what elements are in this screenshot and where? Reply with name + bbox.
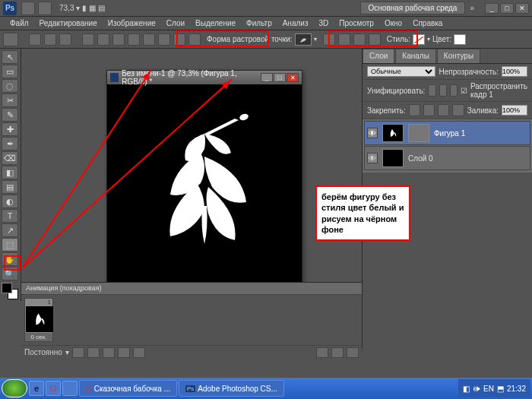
tool-preset[interactable] [3, 33, 18, 46]
lock-all[interactable] [452, 104, 464, 116]
tween-button[interactable] [316, 347, 328, 358]
fill-pixels-mode[interactable] [59, 33, 71, 46]
menu-help[interactable]: Справка [407, 19, 448, 27]
pen-icon[interactable] [82, 33, 94, 46]
line-icon[interactable] [173, 33, 185, 46]
prev-frame-button[interactable] [87, 347, 100, 358]
menu-3d[interactable]: 3D [313, 19, 334, 27]
menu-image[interactable]: Изображение [103, 19, 161, 27]
type-tool[interactable]: T [2, 209, 18, 223]
animation-frame-1[interactable]: 1 0 сек. [24, 298, 53, 342]
minimize-button[interactable]: _ [485, 3, 499, 14]
blur-tool[interactable]: ▤ [2, 180, 18, 194]
play-button[interactable] [103, 347, 115, 358]
ql-opera-icon[interactable]: O [46, 381, 61, 396]
layer-figura-1[interactable]: 👁 Фигура 1 [364, 121, 530, 145]
history-icon[interactable] [38, 2, 52, 15]
tab-paths[interactable]: Контуры [437, 49, 480, 63]
menu-layers[interactable]: Слои [161, 19, 190, 27]
custom-shape-tool[interactable]: ⬚ [2, 238, 18, 252]
unify-pos[interactable] [428, 84, 435, 97]
eraser-tool[interactable]: ⌫ [2, 151, 18, 165]
doc-close[interactable]: ✕ [287, 73, 299, 82]
hand-tool[interactable]: ✋ [2, 252, 18, 266]
bridge-icon[interactable] [21, 2, 35, 15]
propagate-label[interactable]: Распространить кадр 1 [470, 82, 527, 99]
combine-add[interactable] [323, 33, 335, 46]
visibility-icon[interactable]: 👁 [367, 128, 378, 138]
lock-pos[interactable] [438, 104, 449, 116]
tab-channels[interactable]: Каналы [395, 49, 436, 63]
last-frame-button[interactable] [133, 347, 145, 358]
ql-ie-icon[interactable]: e [29, 381, 44, 396]
shape-layers-mode[interactable] [29, 33, 41, 46]
expand-icon[interactable]: » [470, 4, 474, 12]
blend-mode-select[interactable]: Обычные [367, 66, 435, 77]
menu-window[interactable]: Окно [379, 19, 407, 27]
heal-tool[interactable]: ✚ [2, 122, 18, 136]
dropdown-icon[interactable]: ▾ [314, 36, 317, 43]
first-frame-button[interactable] [72, 347, 84, 358]
tray-icon[interactable]: 🕪 [473, 385, 480, 393]
combine-exclude[interactable] [369, 33, 381, 46]
lasso-tool[interactable]: ◌ [2, 79, 18, 93]
combine-intersect[interactable] [353, 33, 366, 46]
taskbar-app-2[interactable]: PsAdobe Photoshop CS... [179, 380, 284, 397]
doc-maximize[interactable]: □ [274, 73, 286, 82]
tab-layers[interactable]: Слои [363, 49, 394, 63]
marquee-tool[interactable]: ▭ [2, 65, 18, 78]
visibility-icon[interactable]: 👁 [367, 153, 378, 163]
lock-pixels[interactable] [423, 104, 435, 116]
ql-desktop-icon[interactable] [62, 381, 78, 396]
rect-icon[interactable] [112, 33, 125, 46]
taskbar-app-1[interactable]: OСказочная бабочка ... [79, 380, 177, 397]
menu-analysis[interactable]: Анализ [277, 19, 314, 27]
clock[interactable]: 21:32 [507, 385, 526, 393]
lock-trans[interactable] [409, 104, 420, 116]
document-titlebar[interactable]: Без имени-1 @ 73,3% (Фигура 1, RGB/8) * … [107, 71, 302, 84]
loop-select[interactable]: Постоянно [24, 348, 62, 356]
style-dropdown-icon[interactable]: ▾ [427, 36, 430, 43]
delete-frame-button[interactable] [347, 347, 359, 358]
gradient-tool[interactable]: ◧ [2, 166, 18, 179]
color-swatch[interactable] [454, 34, 466, 45]
close-button[interactable]: ✕ [515, 3, 529, 14]
eyedropper-tool[interactable]: ✎ [2, 108, 18, 122]
custom-shape-icon[interactable] [188, 33, 201, 46]
menu-view[interactable]: Просмотр [334, 19, 379, 27]
menu-file[interactable]: Файл [5, 19, 34, 27]
ellipse-icon[interactable] [143, 33, 155, 46]
freeform-icon[interactable] [97, 33, 109, 46]
layer-sloy-0[interactable]: 👁 Слой 0 [364, 146, 530, 170]
zoom-tool[interactable]: 🔍 [2, 267, 18, 280]
tray-icon[interactable]: ⬒ [497, 385, 504, 393]
next-frame-button[interactable] [118, 347, 130, 358]
combine-subtract[interactable] [338, 33, 350, 46]
menu-filter[interactable]: Фильтр [241, 19, 277, 27]
color-swatches[interactable] [2, 283, 18, 299]
unify-style[interactable] [450, 84, 458, 97]
paths-mode[interactable] [44, 33, 56, 46]
language-indicator[interactable]: EN [483, 385, 494, 393]
doc-minimize[interactable]: _ [261, 73, 273, 82]
fill-input[interactable] [502, 105, 527, 116]
maximize-button[interactable]: □ [500, 3, 514, 14]
crop-tool[interactable]: ✂ [2, 93, 18, 107]
menu-edit[interactable]: Редактирование [34, 19, 103, 27]
unify-vis[interactable] [439, 84, 447, 97]
shape-preview[interactable] [295, 33, 312, 46]
menu-select[interactable]: Выделение [190, 19, 241, 27]
rrect-icon[interactable] [128, 33, 140, 46]
path-select-tool[interactable]: ↗ [2, 223, 18, 237]
workspace-switcher[interactable]: Основная рабочая среда [360, 2, 466, 14]
brush-tool[interactable]: ✒ [2, 137, 18, 150]
tray-icon[interactable]: ◧ [463, 385, 470, 393]
frame-delay[interactable]: 0 сек. [25, 333, 52, 341]
style-swatch[interactable] [413, 34, 425, 45]
polygon-icon[interactable] [158, 33, 170, 46]
new-frame-button[interactable] [331, 347, 344, 358]
dodge-tool[interactable]: ◐ [2, 195, 18, 208]
canvas[interactable] [107, 84, 302, 290]
opacity-input[interactable] [502, 66, 527, 77]
move-tool[interactable]: ↖ [2, 50, 18, 64]
